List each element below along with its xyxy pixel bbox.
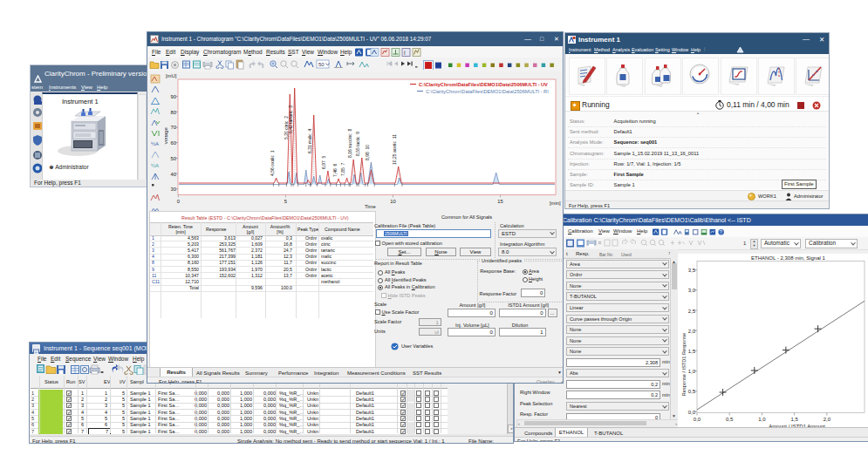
svg-text:2,0: 2,0 (824, 417, 831, 422)
svg-text:1,5: 1,5 (790, 417, 798, 422)
svg-text:40: 40 (171, 172, 176, 177)
svg-text:Amount / ISTD1 Amount: Amount / ISTD1 Amount (769, 424, 825, 428)
svg-text:½A: ½A (151, 163, 159, 168)
svg-text:[min]: [min] (550, 200, 561, 206)
svg-text:Voltage: Voltage (165, 127, 168, 144)
svg-text:?: ? (720, 230, 722, 234)
svg-text:90: 90 (171, 94, 176, 99)
svg-text:1,0: 1,0 (758, 417, 766, 422)
svg-text:0,5: 0,5 (726, 417, 734, 422)
svg-text:0,0: 0,0 (694, 417, 701, 422)
svg-text:80: 80 (171, 110, 176, 115)
svg-text:½A: ½A (151, 141, 159, 146)
svg-text:0,0: 0,0 (688, 410, 696, 415)
svg-text:[mU]: [mU] (166, 73, 177, 78)
svg-text:C:\ClarityChrom\DataFiles\DEMO: C:\ClarityChrom\DataFiles\DEMO1\Data\250… (419, 82, 548, 87)
svg-text:1,0: 1,0 (688, 369, 696, 374)
svg-text:3,0: 3,0 (688, 288, 696, 293)
svg-text:1,5: 1,5 (688, 349, 696, 354)
svg-text:0: 0 (177, 199, 180, 204)
svg-text:50: 50 (171, 156, 176, 161)
svg-text:5: 5 (284, 199, 287, 204)
svg-text:50: 50 (318, 62, 325, 67)
svg-text:30: 30 (171, 187, 176, 192)
svg-text:Time: Time (365, 204, 376, 209)
svg-text:C:\ClarityChrom\DataFiles\DEMO: C:\ClarityChrom\DataFiles\DEMO1\Data\250… (426, 89, 549, 94)
svg-text:2,5: 2,5 (688, 309, 696, 314)
svg-text:10: 10 (390, 199, 395, 204)
svg-text:3,5: 3,5 (688, 268, 696, 273)
svg-text:15: 15 (497, 199, 502, 204)
svg-text:Response / ISTD1 Response: Response / ISTD1 Response (681, 333, 687, 396)
svg-text:2,0: 2,0 (688, 329, 696, 334)
svg-text:0,5: 0,5 (688, 389, 696, 394)
svg-text:60: 60 (171, 140, 176, 146)
svg-text:70: 70 (171, 125, 176, 130)
